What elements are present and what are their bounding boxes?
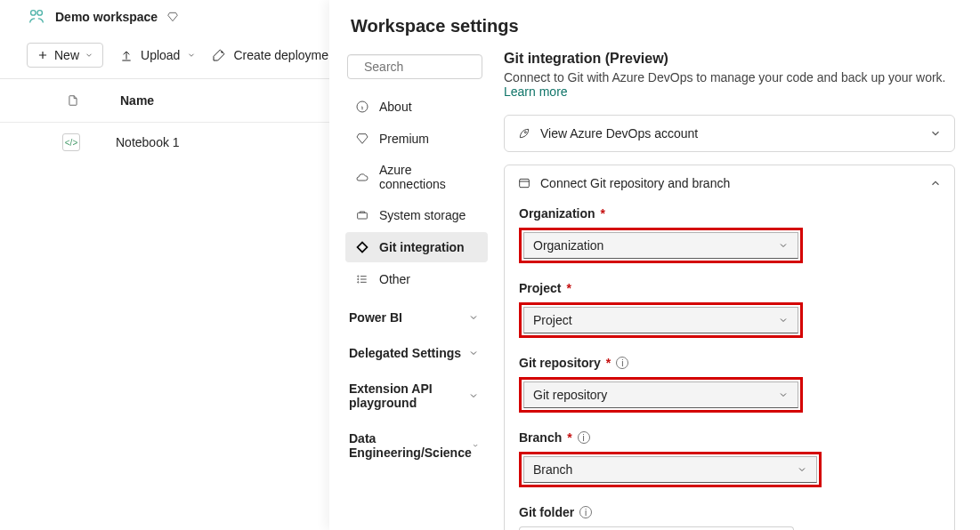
chevron-down-icon [778,315,789,325]
organization-label: Organization* [519,206,940,221]
svg-point-6 [361,246,364,249]
view-devops-account-card[interactable]: View Azure DevOps account [504,115,955,152]
repo-value: Git repository [533,388,607,402]
nav-azure-label: Azure connections [379,163,479,191]
project-value: Project [533,313,572,327]
create-deployment-button[interactable]: Create deployme [212,48,328,62]
rocket-icon [517,126,531,141]
branch-highlight: Branch [519,452,822,487]
chevron-down-icon [797,464,807,475]
info-icon[interactable]: i [579,506,592,518]
panel-title: Workspace settings [329,0,980,47]
section-power-bi-label: Power BI [349,310,402,325]
workspace-title: Demo workspace [55,10,158,24]
repo-label: Git repository* i [519,356,940,370]
workspace-icon [27,7,46,27]
connect-repo-card: Connect Git repository and branch Organi… [504,165,955,530]
git-integration-subtitle: Connect to Git with Azure DevOps to mana… [504,70,955,99]
list-item-name: Notebook 1 [116,135,180,149]
svg-point-1 [37,11,42,16]
nav-storage-label: System storage [379,208,466,222]
diamond-icon [354,131,370,147]
git-integration-heading: Git integration (Preview) [504,51,955,67]
info-icon[interactable]: i [578,431,590,444]
branch-label: Branch* i [519,430,940,445]
deploy-label: Create deployme [233,48,328,62]
repo-select[interactable]: Git repository [523,381,798,408]
nav-premium-label: Premium [379,132,429,146]
repo-highlight: Git repository [519,377,803,413]
organization-highlight: Organization [519,228,803,263]
document-icon [67,93,85,108]
svg-rect-11 [520,179,530,187]
cloud-icon [354,169,370,185]
branch-value: Branch [533,462,572,477]
workspace-settings-panel: Workspace settings About Premium Azure c… [329,0,980,530]
svg-point-0 [31,11,36,16]
settings-search[interactable] [347,54,482,79]
section-power-bi[interactable]: Power BI [345,301,488,330]
nav-premium[interactable]: Premium [345,124,488,154]
new-button-label: New [54,48,79,62]
nav-azure-connections[interactable]: Azure connections [345,156,488,198]
storage-icon [354,207,370,223]
section-extension-api-label: Extension API playground [349,381,456,410]
chevron-down-icon [468,348,479,358]
nav-git-label: Git integration [379,240,465,254]
connect-repo-label: Connect Git repository and branch [540,176,730,190]
chevron-down-icon [468,390,479,401]
chevron-down-icon [468,312,479,323]
section-data-eng-label: Data Engineering/Science [349,431,472,460]
nav-system-storage[interactable]: System storage [345,200,488,230]
svg-point-7 [358,276,359,277]
new-button[interactable]: New [27,43,103,68]
repo-icon [517,176,531,190]
nav-about-label: About [379,100,412,114]
chevron-down-icon [929,127,942,140]
organization-select[interactable]: Organization [523,232,798,259]
settings-sidebar: About Premium Azure connections System s… [329,47,495,530]
view-devops-label: View Azure DevOps account [540,126,698,141]
branch-select[interactable]: Branch [523,456,817,483]
learn-more-link[interactable]: Learn more [504,84,568,99]
settings-content: Git integration (Preview) Connect to Git… [495,47,980,530]
nav-about[interactable]: About [345,92,488,122]
chevron-down-icon [472,440,479,451]
info-icon [354,99,370,115]
section-delegated-label: Delegated Settings [349,346,461,360]
name-column-header[interactable]: Name [120,93,154,108]
chevron-down-icon [778,240,789,251]
svg-point-8 [358,278,359,279]
svg-point-10 [524,132,526,133]
git-folder-input[interactable] [519,526,794,530]
section-data-engineering[interactable]: Data Engineering/Science [345,422,488,465]
upload-label: Upload [141,48,180,62]
section-delegated[interactable]: Delegated Settings [345,337,488,365]
git-icon [354,239,370,255]
premium-icon [166,11,179,23]
project-highlight: Project [519,302,803,338]
info-icon[interactable]: i [616,357,628,369]
connect-repo-header[interactable]: Connect Git repository and branch [505,165,954,201]
nav-other-label: Other [379,272,410,286]
project-select[interactable]: Project [523,307,798,333]
organization-value: Organization [533,238,603,253]
folder-label: Git folder i [519,505,940,519]
nav-other[interactable]: Other [345,264,488,294]
section-extension-api[interactable]: Extension API playground [345,373,488,415]
notebook-icon: </> [62,133,80,151]
upload-button[interactable]: Upload [119,48,196,62]
chevron-up-icon [929,177,942,189]
nav-git-integration[interactable]: Git integration [345,232,488,262]
list-icon [354,271,370,287]
svg-point-9 [358,282,359,283]
chevron-down-icon [778,389,789,400]
project-label: Project* [519,281,940,295]
svg-rect-5 [358,213,368,219]
